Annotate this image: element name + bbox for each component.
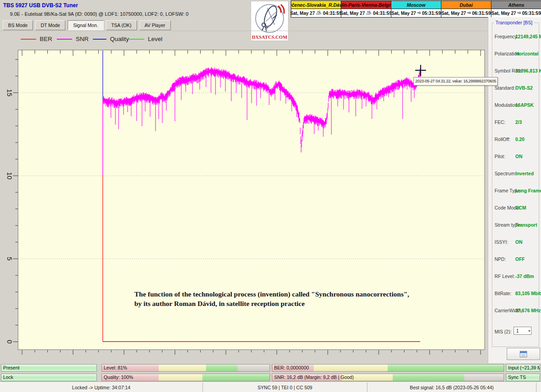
tp-value-rolloff: 0.20 <box>515 137 524 142</box>
mis-label: MIS (2): <box>495 329 511 334</box>
world-clocks: Lučenec-Slovakia_R.DávidSat, May 27+1DST… <box>291 0 541 18</box>
status-grip <box>536 383 541 392</box>
y-tick-label: 0 <box>6 340 14 343</box>
satellite-dish-icon <box>251 1 288 34</box>
tp-label-rolloff: RollOff: <box>495 137 510 142</box>
annotation-line2: by its author Roman Dávid, in satellite … <box>134 299 459 308</box>
status-best-signal: Best signal: 16,5 dB (2023-05-26 05:44) <box>367 383 536 392</box>
mis-selected-value: 1 <box>516 328 519 333</box>
tab-tsa-ok[interactable]: TSA (OK) <box>106 20 137 30</box>
tp-value-carrierwidth: 37,676 MHz <box>515 308 541 313</box>
tab-signal-mon[interactable]: Signal Mon. <box>68 20 103 30</box>
tp-value-npd: OFF <box>515 256 525 262</box>
clock-berlin-paris-vienna-belgrade: Berlin-Paris-Vienna-BelgradeSat, May 27+… <box>341 0 391 18</box>
clock-city: Athens <box>491 0 541 9</box>
tp-value-frame-type: Long Frame <box>515 188 541 193</box>
tp-label-standard: Standard: <box>495 85 515 91</box>
annotation-line1: The function of the technological proces… <box>134 289 459 299</box>
tab-av-player[interactable]: AV Player <box>139 20 171 30</box>
clock-city: Dubai <box>441 0 491 9</box>
clock-time: Sat, May 27+305:31:59 <box>491 9 541 18</box>
tp-value-stream-type: Transport <box>515 222 537 228</box>
y-tick-label: 10 <box>6 172 14 180</box>
tp-value-rf-level: -37 dBm <box>515 273 534 279</box>
input-rate-indicator: Input (~21,39 Mbps) <box>506 364 540 372</box>
tp-label-issyi: ISSYI: <box>495 239 508 245</box>
tp-value-symbol-rate: 31396,813 KS/s <box>515 68 541 73</box>
tab-dt-mode[interactable]: DT Mode <box>35 20 65 30</box>
clock-time: Sat, May 27+1DST04:31:59 <box>291 9 341 18</box>
tp-value-frequency: 12149,245 MHz <box>515 34 541 39</box>
tp-value-spectrum: Inverted <box>515 171 534 176</box>
chart-value-tooltip: 2023-05-27 04.31.22, value: 16,299999237… <box>413 77 498 86</box>
clock-time: Sat, May 27+406:31:59 <box>441 9 491 18</box>
tp-value-standard: DVB-S2 <box>515 85 533 91</box>
transponder-groupbox: Transponder [BS] Frequency:12149,245 MHz… <box>492 23 539 347</box>
status-bar: Locked -> Uptime: 34:07:14 SYNC 59 | TEI… <box>0 382 541 392</box>
clock-moscow: MoscowSat, May 27+305:31:59 <box>391 0 441 18</box>
y-tick-label: 15 <box>6 89 14 96</box>
tp-value-code-mode: CCM <box>515 205 526 210</box>
tp-value-fec: 2/3 <box>515 119 522 125</box>
tp-label-frequency: Frequency: <box>495 34 518 39</box>
quality-progress-bar: Quality: 100% <box>101 374 270 381</box>
tp-label-pilot: Pilot: <box>495 154 505 159</box>
signal-monitor-panel: BERSNRQualityLevel 051015 The function o… <box>0 31 488 361</box>
tp-label-npd: NPD: <box>495 256 506 262</box>
satellite-subtitle: 9.0E - Eutelsat 9B/Ka-Sat 9A (ID: 0090) … <box>10 11 188 17</box>
status-counters: SYNC 59 | TEI 0 | CC 509 <box>203 383 367 392</box>
clock-time: Sat, May 27+1DST04:31:59 <box>341 9 391 18</box>
tp-label-fec: FEC: <box>495 119 505 125</box>
ber-progress-bar: BER: 0,0000000 <box>272 364 504 372</box>
clock-athens: AthensSat, May 27+305:31:59 <box>491 0 541 18</box>
window-title: TBS 5927 USB DVB-S2 Tuner <box>3 2 78 9</box>
y-tick-label: 5 <box>6 257 14 260</box>
clock-city: Moscow <box>391 0 441 9</box>
tab-bs-mode[interactable]: BS Mode <box>3 20 33 30</box>
status-uptime: Locked -> Uptime: 34:07:14 <box>0 383 203 392</box>
ts-panel-button[interactable] <box>507 348 540 360</box>
mode-tabs: BS ModeDT ModeSignal Mon.TSA (OK)AV Play… <box>3 20 171 30</box>
present-indicator: Present <box>1 364 97 372</box>
clock-time: Sat, May 27+305:31:59 <box>391 9 441 18</box>
clock-lu-enec-slovakia-r-d-vid: Lučenec-Slovakia_R.DávidSat, May 27+1DST… <box>291 0 341 18</box>
tp-label-rf-level: RF Level: <box>495 273 515 279</box>
sync-ts-indicator: Sync TS <box>506 374 540 381</box>
tp-value-polarization: Horizontal <box>515 51 538 56</box>
chevron-down-icon: ▾ <box>528 329 530 333</box>
tp-value-issyi: ON <box>515 239 523 245</box>
tp-value-modulation: 16APSK <box>515 102 534 108</box>
chart-annotation: The function of the technological proces… <box>134 289 459 308</box>
tp-value-pilot: ON <box>515 154 523 159</box>
transponder-panel: Transponder [BS] Frequency:12149,245 MHz… <box>488 17 541 363</box>
lock-indicator: Lock <box>1 374 97 381</box>
tp-label-spectrum: Spectrum: <box>495 171 516 176</box>
clock-city: Berlin-Paris-Vienna-Belgrade <box>341 0 391 9</box>
stream-list-icon <box>520 351 527 357</box>
clock-city: Lučenec-Slovakia_R.Dávid <box>291 0 341 9</box>
transponder-group-label: Transponder [BS] <box>494 20 534 25</box>
tp-label-bitrate: BitRate: <box>495 291 511 296</box>
level-progress-bar: Level: 81% <box>101 364 270 372</box>
tp-value-bitrate: 83,105 Mbit/s <box>515 291 541 296</box>
mis-select[interactable]: 1 ▾ <box>513 327 532 335</box>
snr-progress-bar: SNR: 16,2 dB (Margin: 9,2 dB | Good) <box>272 374 504 381</box>
clock-dubai: DubaiSat, May 27+406:31:59 <box>441 0 491 18</box>
